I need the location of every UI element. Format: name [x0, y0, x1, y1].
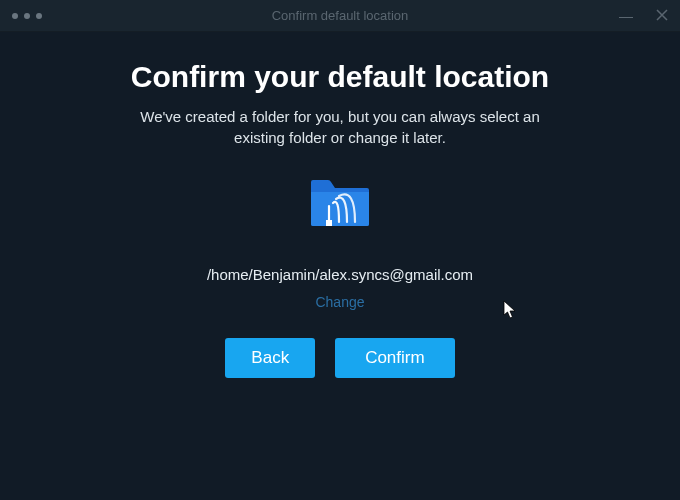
folder-icon — [60, 178, 620, 228]
window-title: Confirm default location — [272, 8, 409, 23]
close-icon[interactable] — [652, 8, 672, 24]
dialog-content: Confirm your default location We've crea… — [0, 32, 680, 378]
default-path: /home/Benjamin/alex.syncs@gmail.com — [60, 266, 620, 283]
page-subtext: We've created a folder for you, but you … — [120, 106, 560, 148]
minimize-icon[interactable]: — — [616, 8, 636, 24]
change-link[interactable]: Change — [315, 294, 364, 310]
traffic-lights — [0, 13, 42, 19]
traffic-dot[interactable] — [36, 13, 42, 19]
traffic-dot[interactable] — [12, 13, 18, 19]
button-row: Back Confirm — [60, 338, 620, 378]
page-title: Confirm your default location — [60, 60, 620, 94]
titlebar: Confirm default location — — [0, 0, 680, 32]
svg-rect-0 — [326, 220, 332, 226]
back-button[interactable]: Back — [225, 338, 315, 378]
confirm-button[interactable]: Confirm — [335, 338, 455, 378]
window-controls: — — [616, 8, 672, 24]
traffic-dot[interactable] — [24, 13, 30, 19]
